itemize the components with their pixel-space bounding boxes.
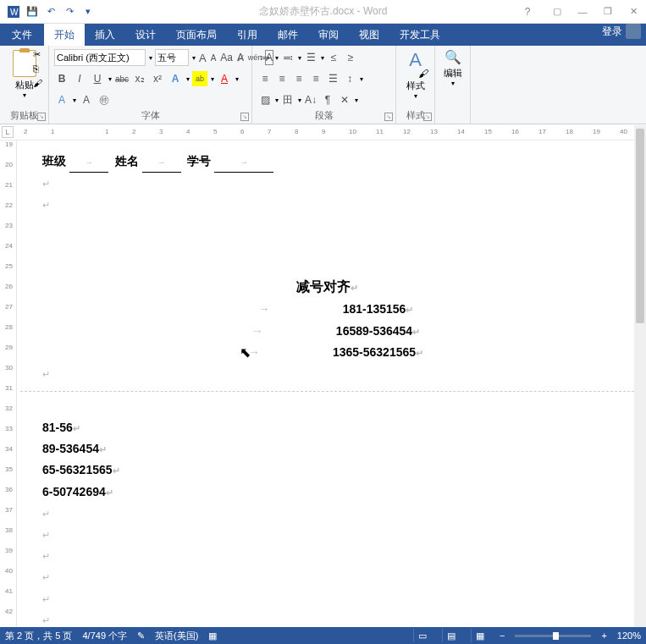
login-button[interactable]: 登录: [602, 24, 641, 39]
char-shading-icon[interactable]: A: [79, 92, 94, 107]
effects-dropdown-icon[interactable]: ▾: [186, 75, 190, 83]
web-layout-icon[interactable]: ▦: [471, 629, 489, 642]
zoom-in-button[interactable]: +: [601, 630, 606, 641]
ribbon-display-icon[interactable]: ▢: [544, 3, 570, 21]
snap-icon[interactable]: ✕: [337, 92, 352, 107]
copy-icon[interactable]: ⎘: [33, 63, 45, 75]
document-body[interactable]: 班级 → 姓名 → 学号 → ↵ ↵ 减号对齐↵ →181-135156↵ →1…: [20, 142, 634, 627]
increase-indent-icon[interactable]: ≥: [343, 50, 358, 65]
qat-more-icon[interactable]: ▾: [81, 5, 95, 19]
tab-review[interactable]: 审阅: [308, 24, 349, 46]
tab-references[interactable]: 引用: [227, 24, 268, 46]
highlight-icon[interactable]: ab: [192, 71, 207, 86]
paste-dropdown-icon[interactable]: ▾: [23, 91, 26, 99]
tab-selector-icon[interactable]: L: [2, 126, 14, 138]
zoom-slider-thumb[interactable]: [553, 632, 559, 640]
tab-mailings[interactable]: 邮件: [268, 24, 308, 46]
undo-icon[interactable]: ↶: [44, 5, 58, 19]
font-name-dropdown-icon[interactable]: ▾: [149, 54, 152, 62]
zoom-level[interactable]: 120%: [617, 630, 641, 641]
bold-button[interactable]: B: [54, 71, 69, 86]
group-paragraph: ≔▾ ≕▾ ☰▾ ≤ ≥ ≡ ≡ ≡ ≡ ☰ ↕▾ ▨▾ 田▾ A↓ ¶ ✕▾ …: [252, 46, 396, 124]
font-name-select[interactable]: [54, 49, 146, 66]
styles-text: 样式: [401, 80, 429, 92]
tab-design[interactable]: 设计: [125, 24, 166, 46]
brush-icon: 🖌: [418, 68, 428, 80]
redo-icon[interactable]: ↷: [63, 5, 76, 19]
sort-icon[interactable]: A↓: [303, 92, 318, 107]
help-icon[interactable]: ?: [519, 3, 536, 20]
zoom-slider[interactable]: [515, 635, 591, 637]
text-effects2-icon[interactable]: A: [54, 92, 69, 107]
enclose-char-icon[interactable]: ㊕: [97, 92, 112, 107]
vertical-ruler[interactable]: 1920212223242526272829303132333435363738…: [2, 140, 17, 627]
distributed-icon[interactable]: ☰: [325, 71, 340, 86]
page-area: L 211234567891011121314151617181940 1920…: [0, 125, 646, 627]
page-indicator[interactable]: 第 2 页，共 5 页: [5, 630, 72, 642]
numbering-icon[interactable]: ≕: [280, 50, 295, 65]
paragraph-dialog-icon[interactable]: ↘: [384, 113, 393, 121]
italic-button[interactable]: I: [72, 71, 87, 86]
superscript-button[interactable]: x²: [150, 71, 165, 86]
font-dialog-icon[interactable]: ↘: [240, 113, 249, 121]
field-id-label: 学号: [187, 154, 211, 168]
spellcheck-icon[interactable]: ✎: [137, 630, 145, 641]
centered-line: →181-135156↵: [42, 299, 612, 320]
restore-icon[interactable]: ❐: [595, 3, 621, 21]
page-break: [20, 391, 634, 392]
align-center-icon[interactable]: ≡: [274, 71, 290, 86]
scrollbar-thumb[interactable]: [636, 129, 644, 323]
language-indicator[interactable]: 英语(美国): [155, 630, 198, 642]
find-icon[interactable]: 🔍: [440, 49, 465, 65]
tab-home[interactable]: 开始: [44, 24, 85, 46]
show-marks-icon[interactable]: ¶: [320, 92, 335, 107]
close-icon[interactable]: ✕: [621, 3, 646, 21]
horizontal-ruler[interactable]: L 211234567891011121314151617181940: [0, 125, 646, 140]
cut-icon[interactable]: ✂: [33, 49, 45, 61]
borders-icon[interactable]: 田: [280, 92, 295, 107]
save-icon[interactable]: 💾: [25, 5, 39, 19]
tab-view[interactable]: 视图: [349, 24, 389, 46]
minimize-icon[interactable]: —: [570, 3, 595, 21]
read-mode-icon[interactable]: ▭: [413, 629, 432, 642]
justify-icon[interactable]: ≡: [308, 71, 323, 86]
subscript-button[interactable]: x₂: [132, 71, 147, 86]
grow-font-icon[interactable]: A: [198, 50, 207, 65]
text-effects-icon[interactable]: A: [168, 71, 183, 86]
bullets-icon[interactable]: ≔: [257, 50, 273, 65]
change-case-icon[interactable]: Aa: [219, 50, 234, 65]
clipboard-dialog-icon[interactable]: ↘: [37, 113, 46, 121]
word-count[interactable]: 4/749 个字: [82, 630, 127, 642]
styles-dropdown-icon[interactable]: ▾: [402, 92, 429, 100]
tab-developer[interactable]: 开发工具: [389, 24, 450, 46]
tab-layout[interactable]: 页面布局: [166, 24, 227, 46]
underline-button[interactable]: U: [90, 71, 105, 86]
vertical-scrollbar[interactable]: [634, 125, 646, 627]
decrease-indent-icon[interactable]: ≤: [326, 50, 341, 65]
tab-insert[interactable]: 插入: [85, 24, 125, 46]
fontcolor-dropdown-icon[interactable]: ▾: [235, 75, 239, 83]
clear-format-icon[interactable]: A̷: [236, 50, 245, 65]
tab-file[interactable]: 文件: [0, 24, 44, 46]
styles-dialog-icon[interactable]: ↘: [423, 113, 432, 121]
print-layout-icon[interactable]: ▤: [442, 629, 461, 642]
font-size-select[interactable]: [155, 49, 189, 66]
login-label: 登录: [602, 25, 622, 39]
shrink-font-icon[interactable]: A: [210, 50, 218, 65]
editing-dropdown-icon[interactable]: ▾: [441, 80, 465, 87]
styles-button[interactable]: A 🖌: [403, 49, 428, 80]
line-spacing-icon[interactable]: ↕: [342, 71, 357, 86]
highlight-dropdown-icon[interactable]: ▾: [211, 75, 214, 83]
zoom-out-button[interactable]: −: [500, 630, 505, 641]
format-painter-icon[interactable]: 🖌: [33, 78, 45, 90]
macro-record-icon[interactable]: ▦: [208, 630, 217, 641]
font-size-dropdown-icon[interactable]: ▾: [192, 54, 196, 62]
multilevel-icon[interactable]: ☰: [303, 50, 318, 65]
underline-dropdown-icon[interactable]: ▾: [108, 75, 112, 83]
shading-icon[interactable]: ▨: [257, 92, 273, 107]
font-color-icon[interactable]: A: [217, 71, 232, 86]
align-right-icon[interactable]: ≡: [291, 71, 306, 86]
field-name-label: 姓名: [115, 154, 139, 168]
align-left-icon[interactable]: ≡: [257, 71, 273, 86]
strike-button[interactable]: abc: [114, 71, 130, 86]
